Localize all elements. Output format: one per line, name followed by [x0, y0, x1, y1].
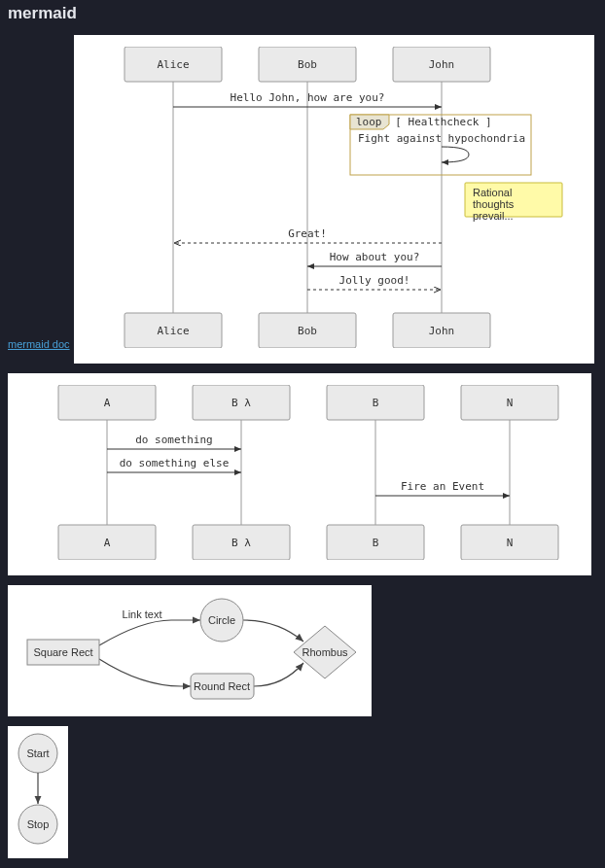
actor-label: John — [429, 325, 455, 337]
node-label: Rhombus — [302, 646, 348, 658]
message-label: How about you? — [330, 251, 420, 263]
message-label: Hello John, how are you? — [231, 91, 385, 104]
actor-label: Alice — [157, 325, 189, 337]
actor-label: Alice — [157, 58, 189, 71]
page-title: mermaid — [8, 4, 597, 23]
diagram-panel-seq2: A B λ B N do something do something else… — [8, 373, 591, 575]
message-label: Fire an Event — [401, 480, 484, 493]
node-label: Start — [26, 747, 49, 759]
message-label: Fight against hypochondria — [358, 132, 525, 145]
node-label: Square Rect — [33, 646, 92, 658]
flowchart-1: Link text Square Rect Circle Round Rect … — [16, 593, 364, 705]
actor-label: B λ — [231, 537, 251, 549]
actor-label: B — [373, 397, 379, 409]
actor-label: B — [373, 537, 379, 549]
message-label: Jolly good! — [339, 274, 410, 287]
diagram-panel-seq1: Alice Bob John Hello John, how are you? … — [74, 35, 594, 364]
actor-label: N — [507, 397, 514, 409]
message-label: do something else — [120, 457, 230, 469]
actor-label: N — [507, 537, 514, 549]
node-label: Stop — [27, 818, 50, 830]
message-label: Great! — [288, 227, 327, 240]
edge-label: Link text — [123, 608, 162, 620]
node-label: Round Rect — [194, 680, 250, 692]
actor-label: Bob — [298, 58, 317, 71]
message-label: do something — [135, 434, 212, 446]
doc-link[interactable]: mermaid doc — [8, 338, 70, 350]
actor-label: John — [429, 58, 455, 71]
note-text: Rationalthoughtsprevail... — [473, 187, 515, 222]
sequence-diagram-1: Alice Bob John Hello John, how are you? … — [86, 47, 583, 348]
actor-label: B λ — [231, 397, 251, 409]
loop-title: [ Healthcheck ] — [395, 116, 491, 128]
diagram-panel-flow2: Start Stop — [8, 726, 68, 858]
loop-tag: loop — [356, 116, 382, 128]
flowchart-2: Start Stop — [14, 732, 62, 849]
node-label: Circle — [208, 614, 235, 626]
actor-label: Bob — [298, 325, 317, 337]
actor-label: A — [104, 537, 111, 549]
diagram-panel-flow1: Link text Square Rect Circle Round Rect … — [8, 585, 372, 716]
actor-label: A — [104, 397, 111, 409]
sequence-diagram-2: A B λ B N do something do something else… — [19, 385, 580, 560]
